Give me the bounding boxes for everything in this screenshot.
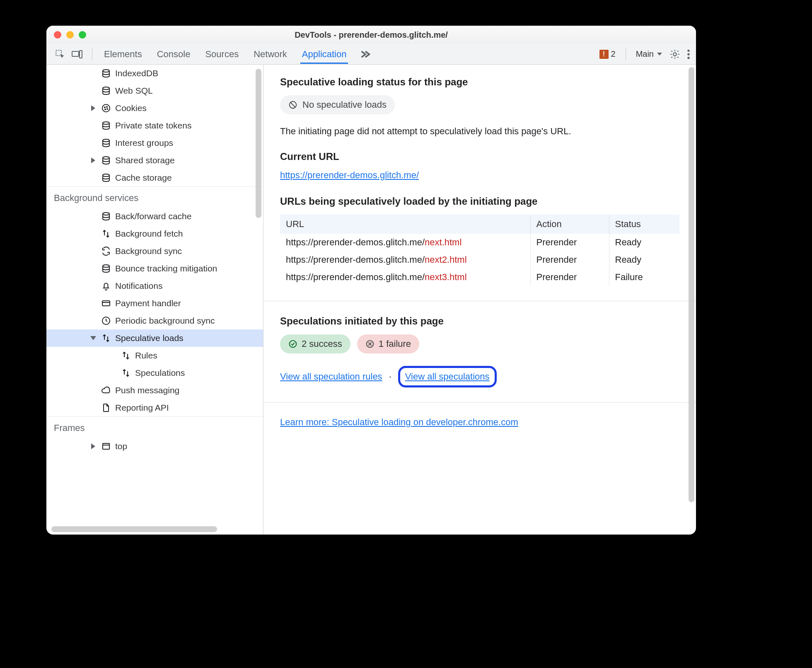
sidebar-item-indexeddb[interactable]: IndexedDB bbox=[46, 65, 263, 82]
url-prefix: https://prerender-demos.glitch.me/ bbox=[286, 272, 425, 282]
sidebar-item-notifications[interactable]: Notifications bbox=[46, 277, 263, 295]
sidebar-item-payment-handler[interactable]: Payment handler bbox=[46, 295, 263, 312]
tab-elements[interactable]: Elements bbox=[102, 45, 144, 64]
current-url-link[interactable]: https://prerender-demos.glitch.me/ bbox=[280, 170, 419, 180]
sidebar-item-label: Cache storage bbox=[115, 173, 172, 183]
no-loads-pill: No speculative loads bbox=[280, 95, 395, 114]
expand-triangle-icon[interactable] bbox=[91, 105, 95, 111]
toolbar-divider bbox=[626, 48, 626, 61]
minimize-window-button[interactable] bbox=[66, 31, 74, 39]
speculative-urls-table: URL Action Status https://prerender-demo… bbox=[280, 215, 679, 286]
table-header-url[interactable]: URL bbox=[280, 215, 530, 234]
panel-body: IndexedDB Web SQL Cookies Private state … bbox=[46, 65, 696, 535]
inspect-element-icon[interactable] bbox=[55, 49, 65, 60]
sidebar-item-label: Bounce tracking mitigation bbox=[115, 264, 217, 273]
sidebar-item-reporting-api[interactable]: Reporting API bbox=[46, 399, 263, 416]
expand-triangle-icon[interactable] bbox=[91, 157, 95, 163]
sidebar-item-label: Background sync bbox=[115, 246, 182, 256]
sidebar-item-label: top bbox=[115, 441, 127, 451]
svg-rect-20 bbox=[102, 301, 110, 306]
sidebar-item-speculative-loads[interactable]: Speculative loads bbox=[46, 329, 263, 347]
sidebar-item-background-sync[interactable]: Background sync bbox=[46, 242, 263, 260]
chevron-down-icon bbox=[656, 52, 663, 57]
table-row[interactable]: https://prerender-demos.glitch.me/next2.… bbox=[280, 251, 679, 269]
database-icon bbox=[101, 264, 111, 273]
maximize-window-button[interactable] bbox=[79, 31, 86, 39]
svg-rect-1 bbox=[72, 51, 79, 56]
table-header-action[interactable]: Action bbox=[530, 215, 609, 234]
svg-rect-22 bbox=[103, 443, 109, 449]
settings-gear-icon[interactable] bbox=[669, 49, 680, 60]
section-divider bbox=[263, 402, 696, 403]
sidebar-item-bfcache[interactable]: Back/forward cache bbox=[46, 208, 263, 225]
database-icon bbox=[101, 211, 111, 221]
check-circle-icon bbox=[288, 339, 297, 349]
sidebar-item-interest-groups[interactable]: Interest groups bbox=[46, 134, 263, 152]
sidebar-item-label: Notifications bbox=[115, 281, 162, 291]
cell-action: Prerender bbox=[530, 251, 609, 269]
table-row[interactable]: https://prerender-demos.glitch.me/next.h… bbox=[280, 234, 679, 251]
sidebar-item-shared-storage[interactable]: Shared storage bbox=[46, 152, 263, 169]
sidebar-item-periodic-sync[interactable]: Periodic background sync bbox=[46, 312, 263, 329]
svg-point-5 bbox=[687, 53, 689, 55]
view-all-rules-link[interactable]: View all speculation rules bbox=[280, 371, 382, 382]
cloud-icon bbox=[101, 385, 111, 395]
cell-action: Prerender bbox=[530, 269, 609, 286]
svg-point-14 bbox=[103, 122, 109, 124]
sidebar-item-label: Rules bbox=[135, 351, 157, 361]
tab-network[interactable]: Network bbox=[252, 45, 289, 64]
sidebar-item-push-messaging[interactable]: Push messaging bbox=[46, 382, 263, 399]
url-suffix: next2.html bbox=[425, 254, 467, 265]
sidebar-horizontal-scrollbar[interactable] bbox=[51, 526, 217, 532]
svg-point-8 bbox=[103, 87, 109, 90]
svg-point-16 bbox=[103, 157, 109, 159]
success-text: 2 success bbox=[302, 339, 342, 349]
sidebar-item-private-tokens[interactable]: Private state tokens bbox=[46, 117, 263, 134]
sidebar-item-label: Speculative loads bbox=[115, 333, 184, 343]
sidebar-item-cookies[interactable]: Cookies bbox=[46, 99, 263, 117]
sidebar-item-top-frame[interactable]: top bbox=[46, 438, 263, 455]
titlebar: DevTools - prerender-demos.glitch.me/ bbox=[46, 26, 696, 44]
expand-triangle-icon[interactable] bbox=[91, 443, 95, 449]
close-window-button[interactable] bbox=[54, 31, 61, 39]
svg-point-12 bbox=[105, 109, 106, 110]
table-row[interactable]: https://prerender-demos.glitch.me/next3.… bbox=[280, 269, 679, 286]
svg-point-9 bbox=[102, 104, 110, 112]
warnings-indicator[interactable]: ! 2 bbox=[599, 49, 616, 59]
table-header-status[interactable]: Status bbox=[609, 215, 679, 234]
sidebar-vertical-scrollbar[interactable] bbox=[256, 69, 261, 218]
no-loads-text: No speculative loads bbox=[302, 99, 387, 110]
kebab-menu-icon[interactable] bbox=[687, 49, 690, 60]
sync-icon bbox=[101, 246, 111, 256]
window-vertical-scrollbar[interactable] bbox=[689, 67, 694, 502]
application-sidebar[interactable]: IndexedDB Web SQL Cookies Private state … bbox=[46, 65, 263, 535]
tab-application[interactable]: Application bbox=[300, 45, 348, 64]
sidebar-item-label: Private state tokens bbox=[115, 121, 191, 131]
sidebar-item-label: Push messaging bbox=[115, 385, 179, 395]
panel-tabs: Elements Console Sources Network Applica… bbox=[102, 45, 371, 64]
tab-console[interactable]: Console bbox=[155, 45, 192, 64]
device-toggle-icon[interactable] bbox=[71, 49, 83, 60]
sidebar-item-rules[interactable]: Rules bbox=[46, 347, 263, 364]
cookie-icon bbox=[101, 103, 111, 113]
sidebar-item-websql[interactable]: Web SQL bbox=[46, 82, 263, 99]
toolbar-divider bbox=[92, 48, 92, 61]
arrows-icon bbox=[101, 333, 111, 343]
expand-triangle-icon[interactable] bbox=[90, 336, 96, 340]
sidebar-item-speculations[interactable]: Speculations bbox=[46, 364, 263, 382]
sidebar-item-label: Back/forward cache bbox=[115, 211, 191, 221]
section-divider bbox=[263, 301, 696, 301]
cell-status: Ready bbox=[609, 251, 679, 269]
failure-badge: 1 failure bbox=[357, 334, 419, 353]
current-url-heading: Current URL bbox=[280, 151, 679, 162]
more-tabs-icon[interactable] bbox=[360, 50, 371, 58]
sidebar-item-background-fetch[interactable]: Background fetch bbox=[46, 225, 263, 242]
tab-sources[interactable]: Sources bbox=[203, 45, 240, 64]
target-selector[interactable]: Main bbox=[636, 49, 663, 59]
window-icon bbox=[101, 441, 111, 451]
learn-more-link[interactable]: Learn more: Speculative loading on devel… bbox=[280, 417, 518, 427]
sidebar-item-bounce-tracking[interactable]: Bounce tracking mitigation bbox=[46, 260, 263, 277]
database-icon bbox=[101, 121, 111, 131]
sidebar-item-cache-storage[interactable]: Cache storage bbox=[46, 169, 263, 186]
view-all-speculations-link[interactable]: View all speculations bbox=[405, 371, 490, 382]
